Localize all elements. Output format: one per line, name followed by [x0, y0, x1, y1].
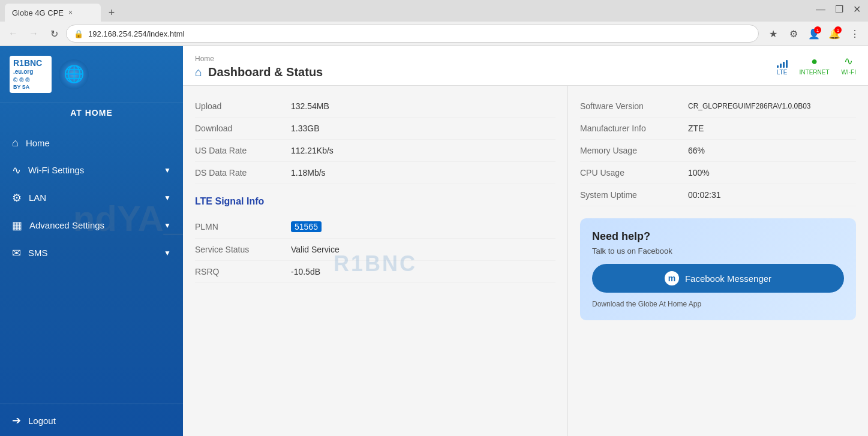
profile-badge: 1 — [814, 26, 821, 34]
star-icon[interactable]: ★ — [765, 25, 782, 42]
url-text: 192.168.254.254/index.html — [88, 29, 184, 38]
messenger-icon: m — [665, 271, 679, 285]
sidebar-item-wifi-label: Wi-Fi Settings — [28, 165, 84, 175]
content-header: Home ⌂ Dashboard & Status LTE ● — [183, 46, 868, 86]
wifi-chevron-icon: ▼ — [164, 166, 171, 175]
sidebar: R1BNC .eu.org © ® ® BY SA 🌐 AT HOME ⌂ Ho… — [0, 46, 183, 436]
sidebar-item-advanced[interactable]: ▦ Advanced Settings ▼ — [0, 212, 183, 239]
logout-label: Logout — [28, 416, 56, 426]
service-status-row: Service Status Valid Service — [195, 239, 555, 261]
bar3 — [783, 62, 785, 68]
logout-icon: ➔ — [12, 414, 21, 427]
page-layout: R1BNC .eu.org © ® ® BY SA 🌐 AT HOME ⌂ Ho… — [0, 46, 868, 436]
tab-bar: Globe 4G CPE × + — ❐ ✕ — [0, 0, 868, 22]
tab-label: Globe 4G CPE — [12, 8, 64, 17]
service-status-value: Valid Service — [291, 245, 340, 254]
wifi-label: WI-FI — [842, 69, 856, 76]
cpu-label: CPU Usage — [580, 168, 688, 178]
advanced-chevron-icon: ▼ — [164, 221, 171, 230]
lan-icon: ⚙ — [12, 191, 22, 205]
sidebar-item-lan[interactable]: ⚙ LAN ▼ — [0, 184, 183, 212]
sms-icon: ✉ — [12, 246, 21, 260]
rsrq-value: -10.5dB — [291, 267, 320, 276]
cpu-value: 100% — [688, 168, 710, 178]
manufacturer-label: Manufacturer Info — [580, 124, 688, 133]
memory-label: Memory Usage — [580, 146, 688, 155]
internet-indicator: ● INTERNET — [800, 55, 830, 76]
software-version-label: Software Version — [580, 101, 688, 111]
sidebar-nav: ⌂ Home ∿ Wi-Fi Settings ▼ ⚙ LAN ▼ ▦ Adva… — [0, 122, 183, 404]
plmn-value: 51565 — [291, 221, 322, 232]
lte-indicator: LTE — [777, 58, 788, 76]
sidebar-item-lan-label: LAN — [29, 193, 46, 203]
address-bar-row: ← → ↻ 🔒 192.168.254.254/index.html ★ ⚙ 👤… — [0, 22, 868, 46]
active-tab[interactable]: Globe 4G CPE × — [5, 4, 101, 22]
sidebar-logo: R1BNC .eu.org © ® ® BY SA 🌐 — [0, 46, 183, 103]
new-tab-button[interactable]: + — [103, 4, 120, 21]
breadcrumb: Home — [195, 55, 856, 63]
status-indicators: LTE ● INTERNET ∿ WI-FI — [777, 55, 856, 76]
software-version-value: CR_GLOPREGUIMF286RAV1.0.0B03 — [688, 102, 811, 110]
upload-value: 132.54MB — [291, 101, 329, 111]
tab-close-button[interactable]: × — [68, 8, 73, 17]
page-title: ⌂ Dashboard & Status — [195, 65, 856, 79]
back-button: ← — [5, 25, 22, 42]
cc-icons: © ® ® — [13, 77, 48, 84]
eu-text: .eu.org — [13, 68, 48, 76]
sidebar-item-advanced-label: Advanced Settings — [29, 220, 104, 230]
memory-row: Memory Usage 66% — [580, 140, 856, 162]
sidebar-item-home-label: Home — [26, 138, 50, 148]
uptime-value: 00:02:31 — [688, 190, 721, 200]
restore-button[interactable]: ❐ — [835, 4, 843, 15]
us-rate-label: US Data Rate — [195, 146, 291, 155]
rsrq-label: RSRQ — [195, 267, 291, 276]
reload-button[interactable]: ↻ — [46, 25, 62, 42]
bar1 — [777, 65, 779, 68]
ds-rate-row: DS Data Rate 1.18Mb/s — [195, 162, 555, 184]
download-value: 1.33GB — [291, 124, 319, 133]
notifications-badge: 1 — [834, 26, 842, 34]
help-title: Need help? — [592, 230, 844, 243]
ds-rate-value: 1.18Mb/s — [291, 168, 326, 178]
help-download-text: Download the Globe At Home App — [592, 300, 844, 308]
sms-chevron-icon: ▼ — [164, 249, 171, 257]
us-rate-row: US Data Rate 112.21Kb/s — [195, 140, 555, 162]
browser-chrome: Globe 4G CPE × + — ❐ ✕ ← → ↻ 🔒 192.168.2… — [0, 0, 868, 46]
lte-label: LTE — [777, 69, 788, 76]
memory-value: 66% — [688, 146, 705, 155]
minimize-button[interactable]: — — [816, 4, 825, 15]
bar2 — [780, 64, 782, 68]
upload-row: Upload 132.54MB — [195, 95, 555, 118]
r1bnc-text: R1BNC — [13, 58, 48, 68]
home-icon: ⌂ — [12, 137, 19, 149]
address-bar[interactable]: 🔒 192.168.254.254/index.html — [66, 25, 759, 43]
internet-label: INTERNET — [800, 69, 830, 76]
at-home-label: AT HOME — [0, 103, 183, 122]
sidebar-item-home[interactable]: ⌂ Home — [0, 130, 183, 157]
cpu-row: CPU Usage 100% — [580, 162, 856, 184]
menu-icon[interactable]: ⋮ — [846, 25, 863, 42]
bar4 — [786, 60, 788, 68]
sidebar-item-sms[interactable]: ✉ SMS ▼ — [0, 239, 183, 267]
internet-dot-icon: ● — [811, 55, 818, 68]
notifications-icon[interactable]: 🔔 1 — [826, 25, 843, 42]
facebook-messenger-button[interactable]: m Facebook Messenger — [592, 264, 844, 293]
close-button[interactable]: ✕ — [853, 4, 861, 15]
logout-button[interactable]: ➔ Logout — [0, 404, 183, 436]
lte-signal-bars — [777, 58, 788, 68]
wifi-icon: ∿ — [12, 164, 21, 177]
help-subtitle: Talk to us on Facebook — [592, 246, 844, 255]
upload-label: Upload — [195, 101, 291, 111]
uptime-row: System Uptime 00:02:31 — [580, 184, 856, 206]
plmn-row: PLMN 51565 — [195, 215, 555, 239]
advanced-icon: ▦ — [12, 219, 22, 232]
wifi-status-icon: ∿ — [844, 55, 853, 68]
extensions-icon[interactable]: ⚙ — [785, 25, 802, 42]
sidebar-item-wifi[interactable]: ∿ Wi-Fi Settings ▼ — [0, 157, 183, 184]
profile-icon[interactable]: 👤 1 — [806, 25, 822, 42]
forward-button: → — [25, 25, 42, 42]
manufacturer-value: ZTE — [688, 124, 704, 133]
home-page-icon: ⌂ — [195, 65, 202, 79]
fb-btn-label: Facebook Messenger — [685, 273, 771, 284]
lan-chevron-icon: ▼ — [164, 194, 171, 202]
